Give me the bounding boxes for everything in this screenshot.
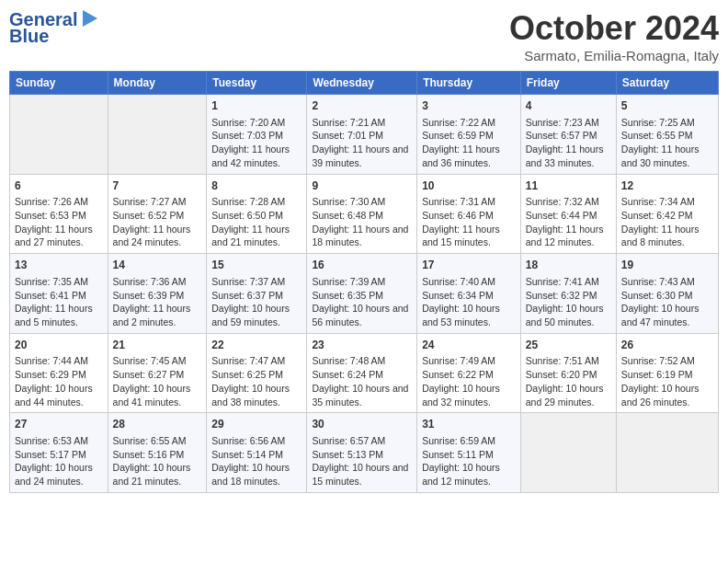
calendar-day-cell: 17Sunrise: 7:40 AMSunset: 6:34 PMDayligh… [417, 254, 521, 334]
day-info: Sunrise: 7:28 AMSunset: 6:50 PMDaylight:… [211, 196, 290, 247]
calendar-day-cell: 7Sunrise: 7:27 AMSunset: 6:52 PMDaylight… [108, 174, 207, 254]
day-info: Sunrise: 7:20 AMSunset: 7:03 PMDaylight:… [211, 117, 290, 168]
calendar-day-cell: 10Sunrise: 7:31 AMSunset: 6:46 PMDayligh… [417, 174, 521, 254]
day-number: 21 [113, 338, 202, 353]
day-info: Sunrise: 7:22 AMSunset: 6:59 PMDaylight:… [422, 117, 500, 168]
day-info: Sunrise: 7:31 AMSunset: 6:46 PMDaylight:… [422, 196, 500, 247]
calendar-day-cell: 1Sunrise: 7:20 AMSunset: 7:03 PMDaylight… [207, 95, 307, 175]
calendar-day-cell: 16Sunrise: 7:39 AMSunset: 6:35 PMDayligh… [307, 254, 417, 334]
calendar-day-cell: 15Sunrise: 7:37 AMSunset: 6:37 PMDayligh… [207, 254, 307, 334]
calendar-day-cell: 6Sunrise: 7:26 AMSunset: 6:53 PMDaylight… [10, 174, 108, 254]
day-info: Sunrise: 7:45 AMSunset: 6:27 PMDaylight:… [113, 355, 191, 407]
day-number: 15 [211, 258, 301, 273]
calendar-day-cell: 31Sunrise: 6:59 AMSunset: 5:11 PMDayligh… [417, 413, 521, 493]
calendar-day-cell: 3Sunrise: 7:22 AMSunset: 6:59 PMDaylight… [417, 95, 521, 175]
day-info: Sunrise: 7:37 AMSunset: 6:37 PMDaylight:… [211, 276, 290, 327]
day-info: Sunrise: 7:52 AMSunset: 6:19 PMDaylight:… [621, 355, 700, 407]
calendar-day-cell: 28Sunrise: 6:55 AMSunset: 5:16 PMDayligh… [108, 413, 207, 493]
day-of-week-header: Saturday [616, 72, 718, 95]
day-info: Sunrise: 7:36 AMSunset: 6:39 PMDaylight:… [113, 276, 191, 327]
day-number: 25 [526, 338, 611, 353]
day-info: Sunrise: 6:56 AMSunset: 5:14 PMDaylight:… [211, 435, 290, 487]
day-of-week-header: Friday [520, 72, 616, 95]
calendar-day-cell: 14Sunrise: 7:36 AMSunset: 6:39 PMDayligh… [108, 254, 207, 334]
day-number: 30 [312, 417, 412, 432]
calendar-day-cell [10, 95, 108, 175]
calendar-day-cell: 27Sunrise: 6:53 AMSunset: 5:17 PMDayligh… [10, 413, 108, 493]
calendar-day-cell: 25Sunrise: 7:51 AMSunset: 6:20 PMDayligh… [520, 333, 616, 413]
day-info: Sunrise: 7:34 AMSunset: 6:42 PMDaylight:… [621, 196, 700, 247]
calendar-day-cell: 2Sunrise: 7:21 AMSunset: 7:01 PMDaylight… [307, 95, 417, 175]
calendar-day-cell: 29Sunrise: 6:56 AMSunset: 5:14 PMDayligh… [207, 413, 307, 493]
page-header: General Blue October 2024 Sarmato, Emili… [9, 9, 719, 63]
day-info: Sunrise: 7:47 AMSunset: 6:25 PMDaylight:… [211, 355, 290, 407]
day-number: 20 [15, 338, 103, 353]
day-info: Sunrise: 7:32 AMSunset: 6:44 PMDaylight:… [526, 196, 604, 247]
day-number: 2 [312, 98, 412, 114]
calendar-day-cell: 13Sunrise: 7:35 AMSunset: 6:41 PMDayligh… [10, 254, 108, 334]
location: Sarmato, Emilia-Romagna, Italy [509, 48, 719, 63]
day-number: 13 [15, 258, 103, 273]
day-number: 14 [113, 258, 202, 273]
day-info: Sunrise: 7:43 AMSunset: 6:30 PMDaylight:… [621, 276, 700, 327]
calendar-header-row: SundayMondayTuesdayWednesdayThursdayFrid… [10, 72, 719, 95]
calendar-table: SundayMondayTuesdayWednesdayThursdayFrid… [9, 71, 719, 493]
day-info: Sunrise: 7:44 AMSunset: 6:29 PMDaylight:… [15, 355, 93, 407]
calendar-day-cell [616, 413, 718, 493]
day-number: 9 [312, 178, 412, 194]
svg-marker-0 [83, 10, 97, 27]
calendar-day-cell: 4Sunrise: 7:23 AMSunset: 6:57 PMDaylight… [520, 95, 616, 175]
day-number: 29 [211, 417, 301, 432]
calendar-day-cell: 11Sunrise: 7:32 AMSunset: 6:44 PMDayligh… [520, 174, 616, 254]
day-number: 31 [422, 417, 516, 432]
day-number: 5 [621, 98, 713, 114]
day-number: 10 [422, 178, 516, 194]
calendar-body: 1Sunrise: 7:20 AMSunset: 7:03 PMDaylight… [10, 95, 719, 493]
calendar-day-cell [520, 413, 616, 493]
day-info: Sunrise: 7:26 AMSunset: 6:53 PMDaylight:… [15, 196, 93, 247]
day-info: Sunrise: 7:40 AMSunset: 6:34 PMDaylight:… [422, 276, 500, 327]
day-number: 26 [621, 338, 713, 353]
day-number: 23 [312, 338, 412, 353]
day-number: 24 [422, 338, 516, 353]
calendar-day-cell: 12Sunrise: 7:34 AMSunset: 6:42 PMDayligh… [616, 174, 718, 254]
calendar-day-cell: 21Sunrise: 7:45 AMSunset: 6:27 PMDayligh… [108, 333, 207, 413]
day-info: Sunrise: 7:49 AMSunset: 6:22 PMDaylight:… [422, 355, 500, 407]
month-title: October 2024 [509, 9, 719, 48]
day-number: 16 [312, 258, 412, 273]
day-of-week-header: Sunday [10, 72, 108, 95]
calendar-day-cell: 23Sunrise: 7:48 AMSunset: 6:24 PMDayligh… [307, 333, 417, 413]
day-number: 28 [113, 417, 202, 432]
day-info: Sunrise: 7:41 AMSunset: 6:32 PMDaylight:… [526, 276, 604, 327]
day-info: Sunrise: 6:53 AMSunset: 5:17 PMDaylight:… [15, 435, 93, 487]
day-number: 11 [526, 178, 611, 194]
day-number: 1 [211, 98, 301, 114]
day-info: Sunrise: 7:35 AMSunset: 6:41 PMDaylight:… [15, 276, 93, 327]
calendar-week-row: 6Sunrise: 7:26 AMSunset: 6:53 PMDaylight… [10, 174, 719, 254]
day-number: 18 [526, 258, 611, 273]
logo-blue: Blue [9, 26, 99, 46]
calendar-day-cell: 26Sunrise: 7:52 AMSunset: 6:19 PMDayligh… [616, 333, 718, 413]
day-info: Sunrise: 6:59 AMSunset: 5:11 PMDaylight:… [422, 435, 500, 487]
logo: General Blue [9, 9, 99, 46]
calendar-day-cell: 24Sunrise: 7:49 AMSunset: 6:22 PMDayligh… [417, 333, 521, 413]
day-number: 6 [15, 178, 103, 194]
title-block: October 2024 Sarmato, Emilia-Romagna, It… [509, 9, 719, 63]
day-info: Sunrise: 7:25 AMSunset: 6:55 PMDaylight:… [621, 117, 700, 168]
day-info: Sunrise: 7:21 AMSunset: 7:01 PMDaylight:… [312, 117, 408, 168]
calendar-week-row: 27Sunrise: 6:53 AMSunset: 5:17 PMDayligh… [10, 413, 719, 493]
day-number: 7 [113, 178, 202, 194]
day-info: Sunrise: 7:30 AMSunset: 6:48 PMDaylight:… [312, 196, 408, 247]
day-number: 27 [15, 417, 103, 432]
day-number: 19 [621, 258, 713, 273]
calendar-day-cell [108, 95, 207, 175]
day-of-week-header: Tuesday [207, 72, 307, 95]
calendar-week-row: 20Sunrise: 7:44 AMSunset: 6:29 PMDayligh… [10, 333, 719, 413]
day-info: Sunrise: 7:51 AMSunset: 6:20 PMDaylight:… [526, 355, 604, 407]
day-of-week-header: Wednesday [307, 72, 417, 95]
calendar-day-cell: 9Sunrise: 7:30 AMSunset: 6:48 PMDaylight… [307, 174, 417, 254]
day-of-week-header: Thursday [417, 72, 521, 95]
calendar-day-cell: 22Sunrise: 7:47 AMSunset: 6:25 PMDayligh… [207, 333, 307, 413]
calendar-day-cell: 19Sunrise: 7:43 AMSunset: 6:30 PMDayligh… [616, 254, 718, 334]
day-info: Sunrise: 6:57 AMSunset: 5:13 PMDaylight:… [312, 435, 408, 487]
